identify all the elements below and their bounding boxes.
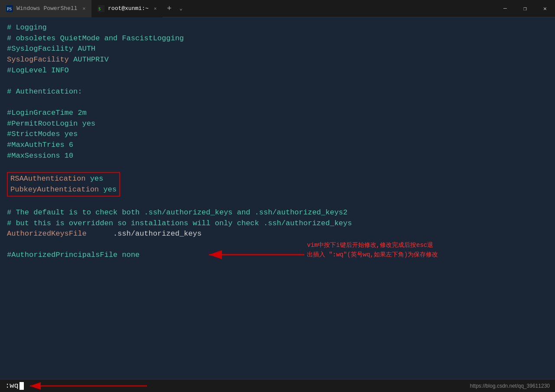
- line-6: [7, 76, 548, 87]
- highlight-arrow: [200, 242, 313, 268]
- svg-text:$: $: [98, 6, 101, 11]
- line-4: SyslogFacility AUTHPRIV: [7, 55, 548, 65]
- titlebar: PS Windows PowerShell ✕ $ root@xunmi:~ ✕…: [0, 0, 555, 17]
- close-button[interactable]: ✕: [535, 0, 555, 17]
- maximize-button[interactable]: ❐: [515, 0, 535, 17]
- tab-root-close[interactable]: ✕: [154, 6, 157, 11]
- tab-powershell-label: Windows PowerShell: [16, 5, 77, 12]
- bottom-arrow: [26, 380, 156, 392]
- line-17: [7, 197, 548, 207]
- minimize-button[interactable]: —: [495, 0, 515, 17]
- line-3: #SyslogFacility AUTH: [7, 44, 548, 55]
- line-10: #PermitRootLogin yes: [7, 119, 548, 130]
- vim-command-text: :wq: [5, 382, 19, 390]
- vim-cursor: [20, 382, 24, 390]
- linux-icon: $: [98, 5, 104, 12]
- tab-root[interactable]: $ root@xunmi:~ ✕: [91, 0, 163, 17]
- tab-dropdown-button[interactable]: ⌄: [176, 0, 186, 17]
- tab-root-label: root@xunmi:~: [108, 5, 149, 12]
- status-url: https://blog.csdn.net/qq_39611230: [470, 383, 550, 389]
- vim-command: :wq: [5, 382, 24, 390]
- statusbar: :wq https://blog.csdn.net/qq_39611230: [0, 379, 555, 392]
- tab-add-button[interactable]: +: [163, 0, 176, 17]
- tab-powershell[interactable]: PS Windows PowerShell ✕: [0, 0, 91, 17]
- line-11: #StrictModes yes: [7, 129, 548, 140]
- line-7: # Authentication:: [7, 87, 548, 97]
- line-14: [7, 161, 548, 172]
- line-15: RSAAuthentication yes: [10, 174, 117, 185]
- annotation-line-1: vim中按下i键后开始修改,修改完成后按esc退: [307, 240, 438, 250]
- line-20: AuthorizedKeysFile .ssh/authorized_keys: [7, 229, 548, 240]
- ps-icon: PS: [6, 5, 13, 12]
- line-16: PubkeyAuthentication yes: [10, 185, 117, 195]
- line-18: # The default is to check both .ssh/auth…: [7, 207, 548, 218]
- line-12: #MaxAuthTries 6: [7, 140, 548, 151]
- line-9: #LoginGraceTime 2m: [7, 108, 548, 119]
- line-5: #LogLevel INFO: [7, 65, 548, 76]
- line-2: # obsoletes QuietMode and FascistLogging: [7, 33, 548, 44]
- line-13: #MaxSessions 10: [7, 151, 548, 162]
- line-8: [7, 97, 548, 108]
- line-19: # but this is overridden so installation…: [7, 218, 548, 229]
- tab-powershell-close[interactable]: ✕: [82, 6, 85, 11]
- terminal-content: # Logging # obsoletes QuietMode and Fasc…: [0, 17, 555, 379]
- annotation-text: vim中按下i键后开始修改,修改完成后按esc退 出插入 ":wq"(英号wq,…: [307, 240, 438, 260]
- line-1: # Logging: [7, 23, 548, 33]
- window-controls: — ❐ ✕: [495, 0, 555, 17]
- annotation-line-2: 出插入 ":wq"(英号wq,如果左下角)为保存修改: [307, 250, 438, 259]
- svg-text:PS: PS: [7, 6, 12, 11]
